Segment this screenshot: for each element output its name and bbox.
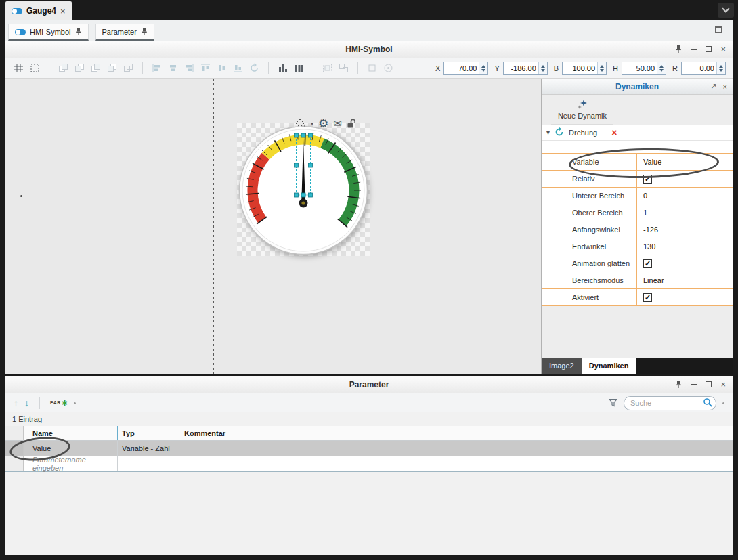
rotation-input[interactable]: 0.00 (681, 62, 726, 75)
pin-icon[interactable] (75, 27, 82, 37)
new-dynamic-button[interactable]: Neue Dynamik (551, 95, 613, 125)
minimize-icon[interactable] (691, 384, 697, 385)
tab-hmi-symbol[interactable]: HMI-Symbol (8, 24, 89, 41)
pin-icon[interactable] (141, 27, 148, 37)
align-bottom-icon[interactable] (232, 62, 244, 74)
align-center-icon[interactable] (167, 62, 179, 74)
rotation-field: R 0.00 (672, 62, 726, 75)
toolbar-separator (268, 62, 269, 74)
property-row-variable: Variable Value (542, 154, 733, 171)
column-header-name[interactable]: Name (24, 426, 117, 440)
spinner-control[interactable] (716, 62, 725, 74)
tab-parameter[interactable]: Parameter (95, 24, 154, 41)
send-backward-icon[interactable] (106, 62, 118, 74)
hmi-toggle-icon (12, 8, 22, 14)
tab-image2[interactable]: Image2 (542, 358, 582, 374)
geometry-fields: X 70.00 Y -186.00 B 100.00 (435, 62, 726, 75)
delete-dynamic-icon[interactable]: × (611, 128, 617, 137)
pin-icon[interactable] (675, 380, 682, 389)
bring-forward-icon[interactable] (89, 62, 102, 74)
align-left-icon[interactable] (150, 62, 163, 74)
ungroup-icon[interactable] (337, 62, 350, 74)
x-input[interactable]: 70.00 (443, 62, 488, 75)
panel-controls: ↗ × (710, 79, 727, 94)
sparkle-icon (577, 99, 588, 111)
spinner-control[interactable] (657, 62, 666, 74)
cell-kommentar[interactable] (179, 441, 733, 456)
search-input[interactable] (630, 399, 700, 407)
cell-name[interactable]: Value (24, 441, 117, 456)
height-input[interactable]: 50.00 (622, 62, 666, 75)
snap-icon[interactable] (382, 62, 395, 74)
spinner-control[interactable] (538, 62, 547, 74)
rotate-icon[interactable] (248, 62, 261, 74)
spinner-control[interactable] (479, 62, 487, 74)
cell-typ[interactable] (117, 456, 179, 471)
y-input[interactable]: -186.00 (503, 62, 548, 75)
hmi-panel-titlebar: HMI-Symbol × (5, 41, 733, 58)
cell-typ[interactable]: Variable - Zahl (117, 441, 179, 456)
search-icon[interactable] (703, 397, 712, 408)
new-parameter-placeholder[interactable]: Parametername eingeben (24, 456, 117, 471)
design-canvas[interactable]: ▾ ⚙ ✉ (5, 79, 541, 374)
unlock-icon[interactable] (347, 118, 356, 129)
cell-kommentar[interactable] (179, 456, 733, 471)
duplicate-icon[interactable] (122, 62, 135, 74)
tab-list-chevron-button[interactable] (718, 3, 734, 18)
panel-empty-area (542, 306, 733, 358)
panel-title: Parameter (349, 380, 389, 389)
close-icon[interactable]: × (720, 380, 726, 389)
maximize-icon[interactable] (706, 381, 712, 387)
file-tab-gauge4[interactable]: Gauge4 × (5, 1, 72, 20)
filter-icon[interactable] (609, 398, 617, 408)
gear-icon[interactable]: ⚙ (318, 116, 328, 131)
move-up-icon[interactable]: ↑ (14, 397, 18, 408)
dynamic-section-drehung[interactable]: ▾ Drehung × (542, 125, 733, 141)
caret-down-icon[interactable]: ▾ (311, 121, 313, 127)
grid-icon[interactable] (12, 62, 25, 74)
marquee-select-icon[interactable] (28, 62, 41, 74)
tab-close-icon[interactable]: × (60, 7, 66, 16)
dock-icon[interactable]: ↗ (710, 82, 716, 91)
maximize-icon[interactable] (706, 46, 712, 52)
paint-bucket-icon[interactable] (295, 118, 306, 129)
align-right-icon[interactable] (183, 62, 196, 74)
bring-to-front-icon[interactable] (57, 62, 70, 74)
hmi-symbol-panel: HMI-Symbol × (5, 41, 733, 374)
close-icon[interactable]: × (723, 83, 727, 91)
new-parameter-button[interactable]: PAR ✱ (50, 400, 68, 407)
widget-quick-toolbar: ▾ ⚙ ✉ (295, 115, 356, 131)
column-header-kommentar[interactable]: Kommentar (179, 426, 733, 440)
table-row-new-parameter[interactable]: Parametername eingeben (5, 456, 733, 472)
close-icon[interactable]: × (720, 45, 726, 53)
envelope-icon[interactable]: ✉ (333, 117, 342, 129)
parameter-titlebar: Parameter × (5, 376, 733, 393)
parameter-panel: Parameter × ↑ ↓ PAR ✱ (5, 376, 733, 555)
checkbox-checked[interactable]: ✓ (643, 259, 652, 268)
spinner-control[interactable] (597, 62, 606, 74)
send-to-back-icon[interactable] (73, 62, 86, 74)
row-gutter (5, 426, 24, 440)
pin-icon[interactable] (675, 45, 682, 53)
same-width-icon[interactable] (276, 62, 289, 74)
property-row-endwinkel: Endwinkel 130 (542, 238, 733, 255)
anchor-icon[interactable] (366, 62, 378, 74)
tab-dynamiken[interactable]: Dynamiken (582, 358, 636, 374)
guide-line-vertical (213, 79, 214, 374)
same-height-icon[interactable] (292, 62, 305, 74)
collapse-chevron-icon[interactable]: ▾ (546, 129, 550, 136)
group-icon[interactable] (321, 62, 334, 74)
move-down-icon[interactable]: ↓ (24, 397, 29, 408)
align-top-icon[interactable] (199, 62, 212, 74)
align-middle-icon[interactable] (215, 62, 228, 74)
width-input[interactable]: 100.00 (562, 62, 607, 75)
minimize-icon[interactable] (691, 49, 697, 50)
variable-value-cell[interactable]: Value (637, 154, 733, 170)
restore-layout-icon[interactable] (715, 26, 722, 33)
window-controls: × (675, 41, 726, 58)
gauge-widget[interactable] (237, 123, 370, 256)
checkbox-checked[interactable]: ✓ (643, 293, 652, 302)
checkbox-checked[interactable]: ✓ (643, 175, 652, 184)
table-row-value[interactable]: Value Variable - Zahl (5, 441, 733, 456)
column-header-typ[interactable]: Typ (117, 426, 179, 440)
